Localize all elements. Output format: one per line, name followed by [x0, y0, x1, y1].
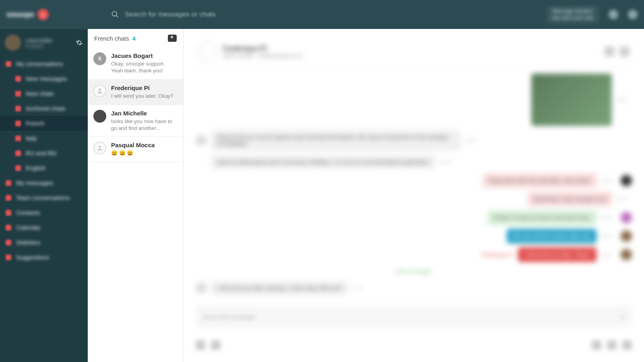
nav-dot-icon	[6, 225, 11, 230]
chat-item-jacues[interactable]: 6 Jacues Bogart Okay, smoope support. Ye…	[88, 47, 183, 80]
contact-email: info@example.com	[258, 53, 303, 59]
chat-item-frederique[interactable]: Frederique Pi I will send you later. Oka…	[88, 80, 183, 105]
profile-presence: Available	[26, 43, 52, 48]
message-bubble: We can do the review right now	[507, 229, 597, 243]
contact-phone: 0800 123456	[223, 53, 254, 59]
settings-icon[interactable]	[628, 10, 638, 19]
avatar-icon	[93, 142, 106, 154]
nav-contacts[interactable]: Contacts	[0, 205, 88, 220]
message-row: Frederique Pi: I will send you later. Ok…	[196, 247, 632, 262]
message-time: 16:36	[601, 178, 617, 183]
attach-icon[interactable]	[196, 340, 205, 350]
image-attachment[interactable]	[531, 74, 612, 126]
nav-archived-chats[interactable]: Archived chats	[0, 101, 88, 116]
nav-ru-bg[interactable]: RU and BG	[0, 146, 88, 160]
sync-status-line1: Message window	[552, 8, 593, 14]
notifications-icon[interactable]	[609, 10, 618, 19]
search-container	[111, 10, 270, 19]
message-time: 17:01	[352, 286, 368, 290]
nav-dot-icon	[6, 210, 11, 216]
conversation-pane: Frederique Pi 0800 123456 info@example.c…	[184, 29, 644, 362]
contact-name: Frederique Pi	[223, 45, 303, 53]
message-time: 16:34	[440, 160, 456, 165]
nav-dot-icon	[6, 240, 11, 245]
nav-my-conversations[interactable]: My conversations	[0, 56, 88, 71]
nav-suggestions[interactable]: Suggestions	[0, 250, 88, 265]
message-time: 16:45	[601, 215, 617, 220]
chat-item-name: Jan Michelle	[111, 110, 178, 117]
nav-dot-icon	[15, 91, 21, 97]
sync-status-line2: last sync just now	[552, 14, 593, 21]
nav-italy[interactable]: Italy	[0, 131, 88, 146]
message-bubble: Please find our current options and rene…	[211, 130, 460, 151]
top-bar: smoope s Message window last sync just n…	[0, 0, 644, 29]
nav-team-conversations[interactable]: Team conversations	[0, 190, 88, 205]
contact-avatar	[198, 42, 217, 61]
message-bubble: starts its philosophy we're removing. Ho…	[211, 155, 436, 169]
nav-dot-icon	[15, 136, 21, 141]
profile-avatar	[5, 35, 21, 51]
logo-badge-icon: s	[37, 9, 49, 20]
chat-item-name: Jacues Bogart	[111, 52, 178, 59]
emoji-icon[interactable]: ☺	[619, 313, 625, 320]
search-icon	[111, 10, 119, 19]
message-bubble: Today I'm back at home and have time.	[487, 210, 597, 225]
nav-new-chats[interactable]: New chats	[0, 86, 88, 101]
message-time: 16:33	[464, 138, 481, 143]
nav-sidebar: Lena Keller Available My conversations N…	[0, 29, 88, 362]
nav-english[interactable]: English	[0, 160, 88, 175]
unread-badge: 6	[93, 52, 106, 65]
more-icon[interactable]	[620, 47, 630, 56]
message-time: 16:31	[616, 97, 632, 102]
message-row: Please find our current options and rene…	[196, 130, 632, 151]
sender-avatar	[621, 230, 632, 242]
svg-point-0	[112, 12, 117, 16]
star-icon[interactable]	[605, 47, 614, 56]
nav-dot-icon	[15, 106, 21, 111]
sender-avatar	[621, 212, 632, 223]
message-time: 16:37	[616, 197, 632, 202]
message-row: 16:31	[196, 74, 632, 126]
chat-item-pasqual[interactable]: Pasqual Mocca 😄 😄 😄	[88, 137, 183, 162]
nav-dot-icon	[15, 121, 21, 126]
image-icon[interactable]	[211, 340, 221, 350]
nav-statistics[interactable]: Statistics	[0, 235, 88, 250]
chat-item-name: Pasqual Mocca	[111, 142, 178, 148]
nav-my-messages[interactable]: My messages	[0, 175, 88, 190]
composer-placeholder: Send new message	[202, 313, 255, 320]
svg-point-3	[99, 146, 101, 148]
avatar-icon	[93, 110, 106, 123]
chat-item-preview: looks like you now have to go and find a…	[111, 118, 178, 132]
avatar-icon	[93, 84, 106, 97]
chat-item-name: Frederique Pi	[111, 84, 178, 91]
message-time: 16:52	[601, 252, 617, 257]
nav-calendar[interactable]: Calendar	[0, 220, 88, 235]
template-icon[interactable]	[607, 340, 617, 350]
search-input[interactable]	[125, 10, 270, 19]
sender-avatar	[621, 175, 632, 186]
red-sender-label: Frederique Pi:	[481, 252, 514, 258]
new-chat-button[interactable]	[168, 35, 177, 42]
sender-avatar	[196, 282, 207, 294]
new-messages-divider: New messages	[196, 266, 632, 277]
profile-name: Lena Keller	[26, 37, 52, 43]
message-bubble: Okay back with the real deal. Just check…	[483, 173, 597, 188]
sender-avatar	[621, 249, 632, 260]
brand-name: smoope	[6, 10, 34, 19]
message-row: We can do the review right now 16:50	[196, 229, 632, 243]
message-bubble: I will send you later anyway. Is that ok…	[211, 281, 348, 295]
nav-french[interactable]: French	[0, 116, 88, 131]
chat-list-title: French chats	[94, 35, 129, 42]
nav-dot-icon	[6, 180, 11, 186]
conversation-header: Frederique Pi 0800 123456 info@example.c…	[196, 37, 632, 70]
message-composer[interactable]: Send new message ☺	[196, 306, 632, 327]
nav-new-messages[interactable]: New messages	[0, 71, 88, 86]
send-icon[interactable]	[622, 340, 632, 350]
chat-item-jan[interactable]: Jan Michelle looks like you now have to …	[88, 105, 183, 137]
profile-block[interactable]: Lena Keller Available	[0, 29, 88, 56]
chat-item-preview: I will send you later. Okay?	[111, 93, 178, 100]
chat-list-header: French chats 4	[88, 29, 183, 47]
gear-icon[interactable]	[76, 39, 83, 46]
svg-point-2	[99, 88, 101, 91]
mic-icon[interactable]	[592, 340, 601, 350]
